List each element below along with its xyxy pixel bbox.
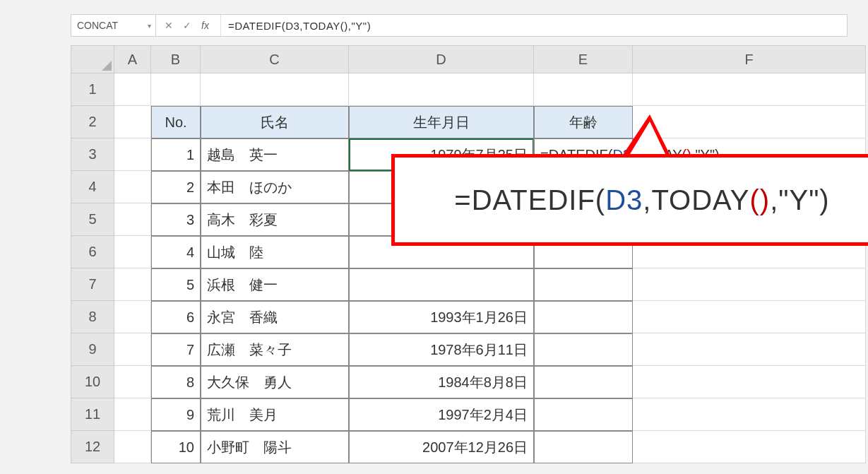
row-header-2[interactable]: 2 — [71, 106, 114, 138]
cell-C6[interactable]: 山城 陸 — [201, 236, 349, 268]
name-box-value: CONCAT — [77, 20, 118, 31]
cell-B6[interactable]: 4 — [151, 236, 201, 268]
cell-A6[interactable] — [114, 236, 151, 268]
cell-F9[interactable] — [633, 333, 866, 366]
row-header-6[interactable]: 6 — [71, 236, 114, 268]
cells-area: No. 氏名 生年月日 年齢 1 越島 英一 1979年7月25日 =DATED… — [114, 73, 866, 463]
cell-B8[interactable]: 6 — [151, 301, 201, 333]
cell-C8[interactable]: 永宮 香織 — [201, 301, 349, 333]
cell-F8[interactable] — [633, 301, 866, 333]
fx-icon[interactable]: fx — [201, 20, 212, 31]
column-header-E[interactable]: E — [534, 45, 633, 73]
cell-C10[interactable]: 大久保 勇人 — [201, 366, 349, 398]
column-header-C[interactable]: C — [201, 45, 349, 73]
column-header-F[interactable]: F — [633, 45, 866, 73]
row-header-5[interactable]: 5 — [71, 203, 114, 236]
cell-E12[interactable] — [534, 431, 633, 463]
cell-B11[interactable]: 9 — [151, 398, 201, 431]
row-header-3[interactable]: 3 — [71, 138, 114, 171]
cell-E11[interactable] — [534, 398, 633, 431]
column-headers: A B C D E F — [114, 45, 866, 73]
cell-E7[interactable] — [534, 268, 633, 301]
cell-A12[interactable] — [114, 431, 151, 463]
cell-E9[interactable] — [534, 333, 633, 366]
row-header-7[interactable]: 7 — [71, 268, 114, 301]
cell-C4[interactable]: 本田 ほのか — [201, 171, 349, 203]
cell-D9[interactable]: 1978年6月11日 — [349, 333, 534, 366]
cell-E2[interactable]: 年齢 — [534, 106, 633, 138]
formula-callout: =DATEDIF(D3,TODAY(),"Y") — [391, 154, 868, 246]
cell-D2[interactable]: 生年月日 — [349, 106, 534, 138]
cell-C1[interactable] — [201, 73, 349, 106]
row-header-12[interactable]: 12 — [71, 431, 114, 463]
row-header-1[interactable]: 1 — [71, 73, 114, 106]
callout-ref: D3 — [605, 184, 643, 216]
row-header-10[interactable]: 10 — [71, 366, 114, 398]
cell-A9[interactable] — [114, 333, 151, 366]
cell-E1[interactable] — [534, 73, 633, 106]
cell-B4[interactable]: 2 — [151, 171, 201, 203]
cell-F11[interactable] — [633, 398, 866, 431]
cell-E10[interactable] — [534, 366, 633, 398]
cell-C12[interactable]: 小野町 陽斗 — [201, 431, 349, 463]
cell-C11[interactable]: 荒川 美月 — [201, 398, 349, 431]
cell-B7[interactable]: 5 — [151, 268, 201, 301]
cell-F10[interactable] — [633, 366, 866, 398]
name-box[interactable]: CONCAT ▾ — [71, 15, 156, 36]
cell-C5[interactable]: 高木 彩夏 — [201, 203, 349, 236]
cell-B9[interactable]: 7 — [151, 333, 201, 366]
select-all-corner[interactable] — [71, 45, 114, 73]
chevron-down-icon[interactable]: ▾ — [148, 22, 151, 30]
formula-bar-buttons: ✕ ✓ fx — [156, 15, 221, 36]
cell-D8[interactable]: 1993年1月26日 — [349, 301, 534, 333]
enter-icon[interactable]: ✓ — [183, 20, 191, 31]
callout-paren: ( — [750, 184, 760, 216]
cell-B1[interactable] — [151, 73, 201, 106]
formula-input[interactable]: =DATEDIF(D3,TODAY(),"Y") — [221, 15, 847, 36]
cell-C7[interactable]: 浜根 健一 — [201, 268, 349, 301]
cell-B5[interactable]: 3 — [151, 203, 201, 236]
cell-A4[interactable] — [114, 171, 151, 203]
cell-A11[interactable] — [114, 398, 151, 431]
row-headers: 1 2 3 4 5 6 7 8 9 10 11 12 — [71, 73, 114, 463]
cell-D7[interactable] — [349, 268, 534, 301]
cell-A8[interactable] — [114, 301, 151, 333]
cell-B3[interactable]: 1 — [151, 138, 201, 171]
cell-A5[interactable] — [114, 203, 151, 236]
cell-D12[interactable]: 2007年12月26日 — [349, 431, 534, 463]
cell-A3[interactable] — [114, 138, 151, 171]
cell-A1[interactable] — [114, 73, 151, 106]
cell-C3[interactable]: 越島 英一 — [201, 138, 349, 171]
callout-part: =DATEDIF( — [454, 184, 605, 216]
row-header-4[interactable]: 4 — [71, 171, 114, 203]
callout-part: ,"Y") — [770, 184, 830, 216]
cell-A2[interactable] — [114, 106, 151, 138]
cell-E8[interactable] — [534, 301, 633, 333]
cell-C2[interactable]: 氏名 — [201, 106, 349, 138]
cell-D10[interactable]: 1984年8月8日 — [349, 366, 534, 398]
cell-B12[interactable]: 10 — [151, 431, 201, 463]
row-header-8[interactable]: 8 — [71, 301, 114, 333]
cell-A7[interactable] — [114, 268, 151, 301]
cell-B2[interactable]: No. — [151, 106, 201, 138]
column-header-B[interactable]: B — [151, 45, 201, 73]
column-header-D[interactable]: D — [349, 45, 534, 73]
formula-text: =DATEDIF(D3,TODAY(),"Y") — [228, 20, 371, 32]
cell-D11[interactable]: 1997年2月4日 — [349, 398, 534, 431]
callout-part: ,TODAY — [643, 184, 749, 216]
column-header-A[interactable]: A — [114, 45, 151, 73]
cell-C9[interactable]: 広瀬 菜々子 — [201, 333, 349, 366]
row-header-11[interactable]: 11 — [71, 398, 114, 431]
cell-D1[interactable] — [349, 73, 534, 106]
cell-F7[interactable] — [633, 268, 866, 301]
cell-F1[interactable] — [633, 73, 866, 106]
row-header-9[interactable]: 9 — [71, 333, 114, 366]
cell-F12[interactable] — [633, 431, 866, 463]
formula-bar: CONCAT ▾ ✕ ✓ fx =DATEDIF(D3,TODAY(),"Y") — [71, 14, 848, 37]
cell-A10[interactable] — [114, 366, 151, 398]
callout-paren: ) — [760, 184, 770, 216]
cell-B10[interactable]: 8 — [151, 366, 201, 398]
cancel-icon[interactable]: ✕ — [165, 20, 173, 31]
